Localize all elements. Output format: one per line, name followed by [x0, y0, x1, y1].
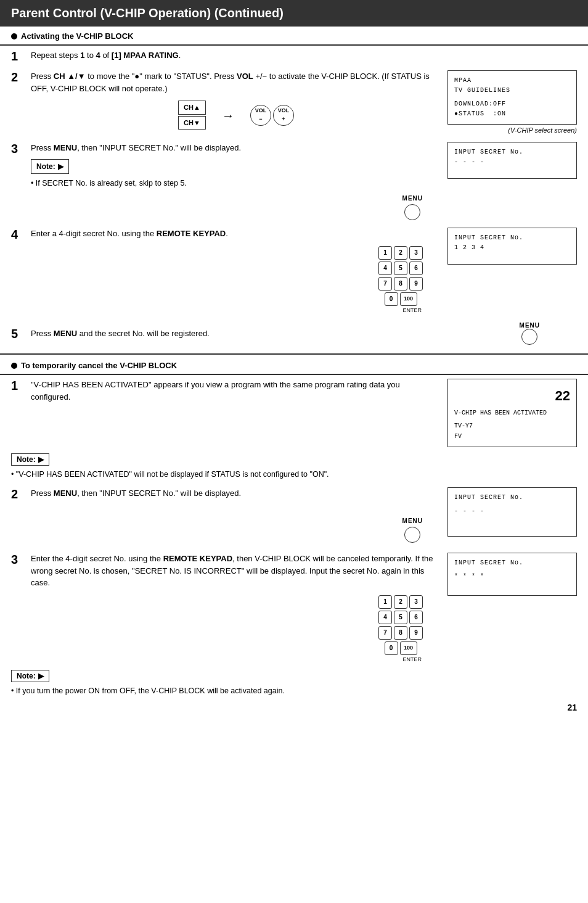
key-9: 9	[409, 277, 423, 291]
enter-label-s2: ENTER	[378, 656, 423, 664]
screen-caption: (V-CHIP select screen)	[447, 126, 577, 134]
key-6: 6	[409, 611, 423, 624]
step-num: 5	[11, 327, 25, 340]
bullet-icon	[11, 33, 17, 39]
vol-plus-button: VOL+	[273, 105, 294, 126]
step-num: 4	[11, 228, 25, 241]
key-3: 3	[409, 595, 423, 609]
vchip-activated-screen: 22 V-CHIP HAS BEEN ACTIVATED TV-Y7 FV	[447, 379, 577, 447]
note-box: Note: ▶	[31, 159, 69, 174]
menu-label: MENU	[402, 516, 423, 526]
step-text: Press CH ▲/▼ to move the "●" mark to "ST…	[31, 70, 441, 134]
ch-up-button: CH▲	[178, 101, 206, 115]
vol-buttons: VOL− VOL+	[250, 105, 294, 126]
menu-circle-icon-5	[521, 329, 537, 345]
menu-circle-icon	[404, 204, 420, 220]
step-text: Press MENU, then "INPUT SECRET No." will…	[31, 142, 441, 220]
step-5-activating: 5 Press MENU and the secret No. will be …	[0, 318, 588, 348]
key-100: 100	[400, 292, 417, 306]
key-0: 0	[385, 641, 398, 655]
step-num: 1	[11, 49, 25, 63]
bullet-icon	[11, 363, 17, 369]
section2-step-3: 3 Enter the 4-digit secret No. using the…	[0, 549, 588, 667]
key-7: 7	[378, 626, 392, 640]
step2-screen-area: MPAA TV GUIDELINES DOWNLOAD:OFF ●STATUS …	[447, 70, 577, 134]
key-2: 2	[394, 246, 407, 260]
input-secret-screen-s2-3: INPUT SECRET No. * * * *	[447, 553, 577, 596]
step-num: 3	[11, 553, 25, 566]
key-0: 0	[385, 292, 398, 306]
section2-header: To temporarily cancel the V-CHIP BLOCK	[0, 355, 588, 374]
key-5: 5	[394, 262, 407, 275]
key-4: 4	[378, 262, 392, 275]
key-8: 8	[394, 277, 407, 291]
section2-step-2: 2 Press MENU, then "INPUT SECRET No." wi…	[0, 484, 588, 547]
key-8: 8	[394, 626, 407, 640]
step-2-activating: 2 Press CH ▲/▼ to move the "●" mark to "…	[0, 67, 588, 138]
note-area-s2: Note: ▶ • "V-CHIP HAS BEEN ACTIVATED" wi…	[0, 451, 588, 481]
menu-button-step5: MENU	[520, 322, 540, 345]
section1-header: Activating the V-CHIP BLOCK	[0, 27, 588, 44]
input-secret-screen-1: INPUT SECRET No. - - - -	[447, 142, 577, 179]
step-1-activating: 1 Repeat steps 1 to 4 of [1] MPAA RATING…	[0, 46, 588, 67]
vchip-select-screen: MPAA TV GUIDELINES DOWNLOAD:OFF ●STATUS …	[447, 70, 577, 125]
step-num: 2	[11, 70, 25, 84]
step-text: Press MENU and the secret No. will be re…	[31, 328, 513, 340]
final-note-area: Note: ▶ • If you turn the power ON from …	[0, 667, 588, 696]
channel-number: 22	[454, 384, 570, 407]
step-num: 3	[11, 142, 25, 155]
step-num: 1	[11, 379, 25, 392]
key-4: 4	[378, 611, 392, 624]
page: Parent Control (V-CHIP Operation) (Conti…	[0, 0, 588, 719]
key-100: 100	[400, 641, 417, 655]
note-box-final: Note: ▶	[11, 670, 49, 682]
step2-s2-screen-area: INPUT SECRET No. - - - -	[447, 487, 577, 537]
menu-label-5: MENU	[520, 322, 540, 329]
step3-s2-screen-area: INPUT SECRET No. * * * *	[447, 553, 577, 596]
step-text: Enter a 4-digit secret No. using the REM…	[31, 228, 441, 315]
section2-step-1: 1 "V-CHIP HAS BEEN ACTIVATED" appears if…	[0, 375, 588, 450]
step-4-activating: 4 Enter a 4-digit secret No. using the R…	[0, 224, 588, 318]
note-box-s2: Note: ▶	[11, 453, 49, 466]
note-arrow-icon: ▶	[58, 161, 63, 172]
menu-circle-icon	[404, 527, 420, 543]
remote-keypad: 1 2 3 4 5 6 7 8 9 0	[378, 246, 423, 315]
page-title: Parent Control (V-CHIP Operation) (Conti…	[0, 0, 588, 27]
menu-label: MENU	[402, 194, 423, 203]
input-secret-screen-2: INPUT SECRET No. 1 2 3 4	[447, 228, 577, 265]
step4-screen-area: INPUT SECRET No. 1 2 3 4	[447, 228, 577, 265]
step-3-activating: 3 Press MENU, then "INPUT SECRET No." wi…	[0, 138, 588, 224]
step-text: "V-CHIP HAS BEEN ACTIVATED" appears if y…	[31, 379, 441, 403]
page-number: 21	[0, 696, 588, 719]
step-num: 2	[11, 487, 25, 501]
ch-buttons: CH▲ CH▼	[178, 101, 206, 130]
key-7: 7	[378, 277, 392, 291]
note-arrow-icon-s2: ▶	[38, 455, 44, 464]
key-9: 9	[409, 626, 423, 640]
enter-label: ENTER	[378, 307, 423, 315]
step1-s2-screen-area: 22 V-CHIP HAS BEEN ACTIVATED TV-Y7 FV	[447, 379, 577, 447]
step3-screen-area: INPUT SECRET No. - - - -	[447, 142, 577, 179]
ch-down-button: CH▼	[178, 116, 206, 130]
menu-button-step3: MENU	[402, 194, 423, 220]
key-2: 2	[394, 595, 407, 609]
key-3: 3	[409, 246, 423, 260]
key-1: 1	[378, 246, 392, 260]
key-1: 1	[378, 595, 392, 609]
arrow-icon: →	[222, 106, 234, 125]
vol-minus-button: VOL−	[250, 105, 271, 126]
key-6: 6	[409, 262, 423, 275]
step-text: Enter the 4-digit secret No. using the R…	[31, 553, 441, 664]
step-text: Press MENU, then "INPUT SECRET No." will…	[31, 487, 441, 543]
input-secret-screen-s2: INPUT SECRET No. - - - -	[447, 487, 577, 537]
menu-button-s2-step2: MENU	[402, 516, 423, 543]
final-note-text: • If you turn the power ON from OFF, the…	[11, 687, 577, 695]
remote-keypad-s2: 1 2 3 4 5 6 7 8 9 0	[378, 595, 423, 664]
note-text-s2: • "V-CHIP HAS BEEN ACTIVATED" will not b…	[11, 470, 577, 479]
step-text: Repeat steps 1 to 4 of [1] MPAA RATING.	[31, 49, 577, 62]
key-5: 5	[394, 611, 407, 624]
note-arrow-icon-final: ▶	[38, 672, 44, 680]
